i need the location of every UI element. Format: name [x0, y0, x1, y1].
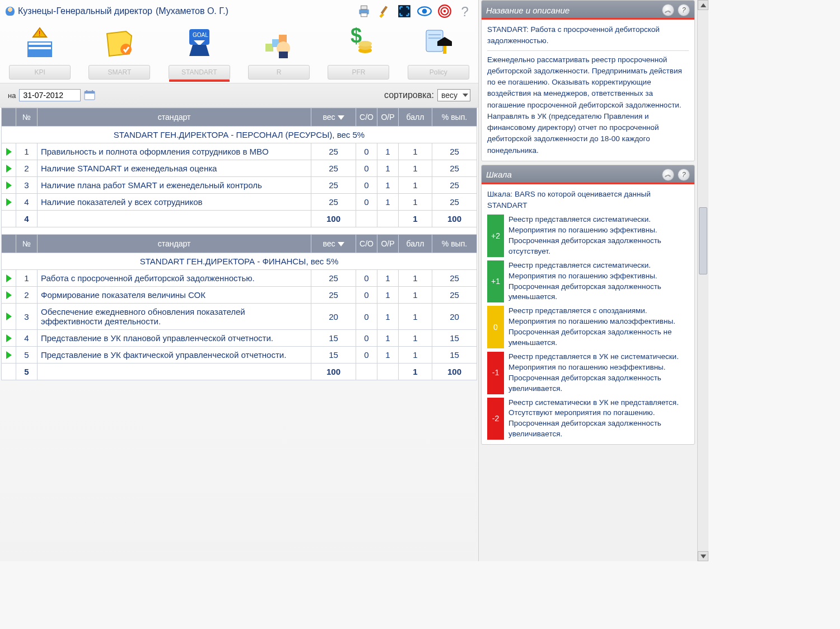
row-pct: 20 — [432, 304, 477, 330]
policy-icon — [418, 22, 459, 63]
row-op: 1 — [377, 177, 399, 194]
outer-scrollbar[interactable] — [697, 0, 708, 561]
nav-pfr-button[interactable]: PFR — [328, 65, 389, 80]
table-row[interactable]: 4Представление в УК плановой управленчес… — [2, 330, 477, 347]
row-number: 5 — [16, 347, 38, 364]
row-score: 1 — [399, 177, 432, 194]
expand-icon[interactable] — [2, 304, 16, 330]
row-pct: 25 — [432, 287, 477, 304]
expand-icon[interactable] — [2, 143, 16, 160]
group-header: STANDART ГЕН.ДИРЕКТОРА - ПЕРСОНАЛ (РЕСУР… — [2, 127, 477, 143]
row-score: 1 — [399, 304, 432, 330]
row-op: 1 — [377, 287, 399, 304]
table-row[interactable]: 3Наличие плана работ SMART и еженедельны… — [2, 177, 477, 194]
row-pct: 15 — [432, 330, 477, 347]
collapse-icon[interactable]: ︽ — [662, 4, 674, 16]
svg-point-29 — [358, 41, 372, 46]
nav-r[interactable]: R — [242, 22, 315, 80]
row-number: 1 — [16, 143, 38, 160]
bars-item: 0Реестр представляется с опозданиями. Ме… — [487, 306, 689, 348]
row-score: 1 — [399, 347, 432, 364]
bars-score: +1 — [487, 260, 504, 303]
collapse-icon[interactable]: ︽ — [662, 169, 674, 181]
nav-r-button[interactable]: R — [248, 65, 310, 80]
svg-rect-1 — [361, 6, 367, 10]
expand-icon[interactable] — [2, 194, 16, 211]
panel-scale-title: Шкала — [486, 170, 512, 179]
svg-rect-21 — [265, 44, 273, 52]
row-co: 0 — [356, 270, 377, 287]
svg-point-16 — [120, 44, 132, 55]
print-icon[interactable] — [356, 3, 372, 19]
panel-help-icon[interactable]: ? — [678, 4, 690, 16]
expand-icon[interactable] — [2, 177, 16, 194]
expand-icon[interactable] — [2, 347, 16, 364]
bars-text: Реестр представляется с опозданиями. Мер… — [508, 306, 689, 348]
row-op: 1 — [377, 160, 399, 177]
svg-rect-23 — [279, 35, 287, 43]
row-op: 1 — [377, 270, 399, 287]
row-weight: 25 — [311, 177, 356, 194]
table-row[interactable]: 2Формирование показателя величины СОК250… — [2, 287, 477, 304]
scroll-thumb[interactable] — [699, 207, 707, 274]
row-number: 3 — [16, 304, 38, 330]
nav-smart-button[interactable]: SMART — [88, 65, 150, 80]
desc-heading: STANDART: Работа с просроченной дебиторс… — [487, 24, 689, 47]
panel-help-icon[interactable]: ? — [678, 169, 690, 181]
nav-standart-button[interactable]: STANDART — [169, 65, 230, 80]
expand-icon[interactable] — [2, 160, 16, 177]
sort-select[interactable]: весу — [437, 91, 470, 100]
row-score: 1 — [399, 143, 432, 160]
row-name: Формирование показателя величины СОК — [38, 287, 311, 304]
scroll-up-icon[interactable] — [698, 0, 708, 10]
row-weight: 25 — [311, 194, 356, 211]
table-row[interactable]: 1Правильность и полнота оформления сотру… — [2, 143, 477, 160]
nav-kpi-button[interactable]: KPI — [9, 65, 71, 80]
nav-kpi[interactable]: !KPI — [3, 22, 76, 80]
row-weight: 20 — [311, 304, 356, 330]
expand-icon[interactable] — [2, 270, 16, 287]
table-row[interactable]: 1Работа с просроченной дебиторской задол… — [2, 270, 477, 287]
nav-policy-button[interactable]: Policy — [408, 65, 469, 80]
table-row[interactable]: 2Наличие STANDART и еженедельная оценка2… — [2, 160, 477, 177]
table-row[interactable]: 5Представление в УК фактической управлен… — [2, 347, 477, 364]
kpi-icon: ! — [20, 22, 60, 63]
smart-icon — [99, 22, 139, 63]
table-row[interactable]: 4Наличие показателей у всех сотрудников2… — [2, 194, 477, 211]
nav-standart[interactable]: GOALSTANDART — [163, 22, 236, 80]
row-pct: 25 — [432, 194, 477, 211]
help-icon[interactable]: ? — [457, 3, 473, 19]
svg-rect-13 — [29, 47, 51, 49]
svg-rect-25 — [279, 52, 288, 58]
brush-icon[interactable] — [376, 3, 392, 19]
scroll-down-icon[interactable] — [698, 551, 708, 561]
expand-icon[interactable] — [2, 287, 16, 304]
fullscreen-icon[interactable] — [396, 3, 412, 19]
calendar-icon[interactable] — [84, 90, 95, 101]
row-number: 2 — [16, 160, 38, 177]
titlebar: Кузнецы-Генеральный директор (Мухаметов … — [0, 0, 478, 19]
r-icon — [259, 22, 299, 63]
nav-policy[interactable]: Policy — [402, 22, 475, 80]
row-co: 0 — [356, 304, 377, 330]
nav-pfr[interactable]: $PFR — [322, 22, 395, 80]
expand-icon[interactable] — [2, 330, 16, 347]
target-icon[interactable] — [437, 3, 452, 19]
row-weight: 25 — [311, 287, 356, 304]
svg-rect-2 — [361, 13, 367, 17]
main-table: №стандартвесС/ОО/Рбалл% вып.STANDART ГЕН… — [0, 108, 478, 380]
svg-rect-37 — [85, 91, 95, 94]
scale-subtitle: Шкала: BARS по которой оценивается данны… — [487, 189, 689, 212]
eye-icon[interactable] — [417, 3, 432, 19]
row-number: 2 — [16, 287, 38, 304]
row-score: 1 — [399, 287, 432, 304]
bars-score: +2 — [487, 215, 504, 257]
summary-row: 51001100 — [2, 364, 477, 380]
row-op: 1 — [377, 347, 399, 364]
bars-item: +2Реестр представляется систематически. … — [487, 215, 689, 257]
person-icon — [6, 7, 15, 16]
table-row[interactable]: 3Обеспечение ежедневного обновления пока… — [2, 304, 477, 330]
nav-smart[interactable]: SMART — [83, 22, 156, 80]
date-input[interactable] — [19, 89, 81, 101]
row-co: 0 — [356, 143, 377, 160]
